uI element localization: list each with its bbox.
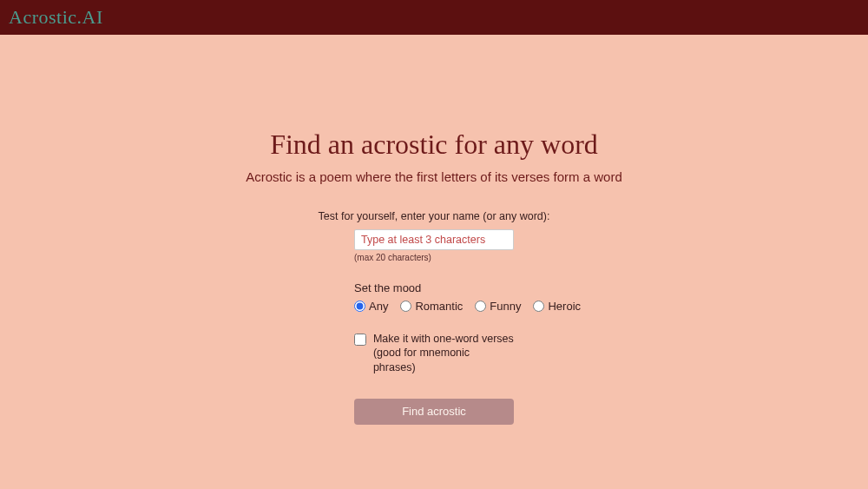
checkbox-label-line1: Make it with one-word verses [373, 333, 514, 345]
input-label: Test for yourself, enter your name (or a… [286, 210, 582, 222]
main-content: Find an acrostic for any word Acrostic i… [0, 35, 868, 489]
header: Acrostic.AI [0, 0, 868, 35]
one-word-checkbox-label[interactable]: Make it with one-word verses (good for m… [373, 332, 514, 374]
page-subtitle: Acrostic is a poem where the first lette… [0, 169, 868, 184]
mood-radio-romantic-label[interactable]: Romantic [415, 300, 463, 313]
mood-radio-funny-input[interactable] [475, 301, 486, 312]
form-container: Test for yourself, enter your name (or a… [286, 210, 582, 425]
mood-radio-heroic-label[interactable]: Heroic [548, 300, 581, 313]
page-title: Find an acrostic for any word [0, 129, 868, 161]
checkbox-label-line2: (good for mnemonic phrases) [373, 347, 470, 373]
one-word-checkbox[interactable] [354, 334, 366, 346]
inner-form: (max 20 characters) Set the mood Any Rom… [354, 229, 514, 425]
max-chars-note: (max 20 characters) [354, 253, 514, 262]
mood-radio-any-input[interactable] [354, 301, 365, 312]
mood-radio-any-label[interactable]: Any [369, 300, 388, 313]
mood-radio-heroic: Heroic [533, 300, 581, 313]
word-input[interactable] [354, 229, 514, 250]
mood-radio-funny: Funny [475, 300, 521, 313]
mood-radio-romantic-input[interactable] [400, 301, 411, 312]
mood-radio-funny-label[interactable]: Funny [490, 300, 521, 313]
logo[interactable]: Acrostic.AI [9, 6, 103, 29]
mood-radio-group: Any Romantic Funny Heroic [354, 300, 514, 313]
mood-radio-heroic-input[interactable] [533, 301, 544, 312]
mood-radio-romantic: Romantic [400, 300, 463, 313]
mood-radio-any: Any [354, 300, 388, 313]
mood-label: Set the mood [354, 281, 514, 294]
find-acrostic-button[interactable]: Find acrostic [354, 399, 514, 425]
one-word-checkbox-row: Make it with one-word verses (good for m… [354, 332, 514, 374]
